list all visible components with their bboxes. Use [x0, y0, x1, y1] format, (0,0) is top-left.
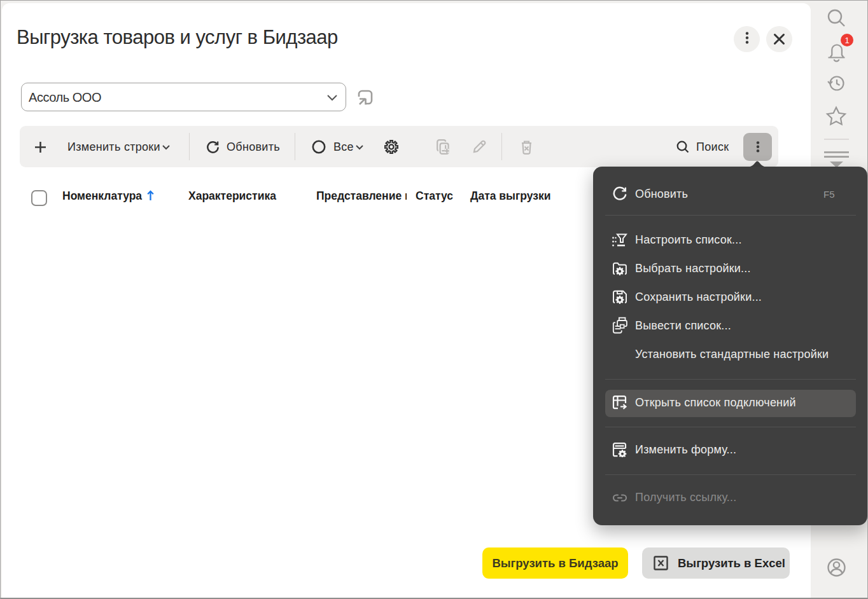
svg-text:1: 1 [844, 36, 849, 45]
